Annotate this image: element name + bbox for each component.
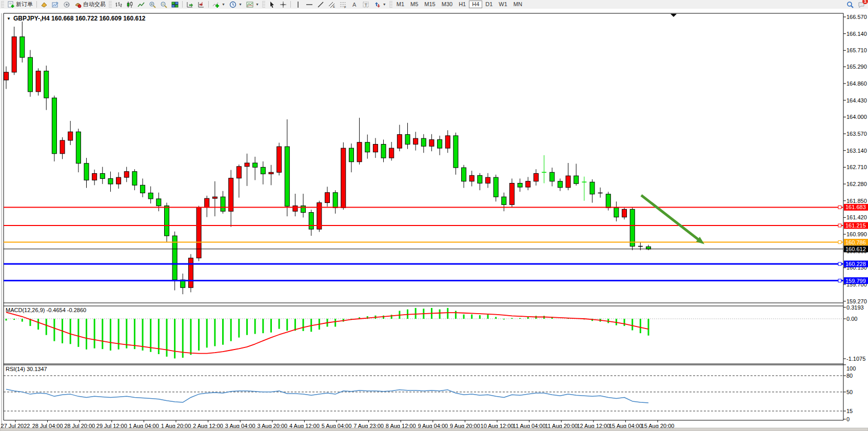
chevron-down-icon: ▼	[222, 3, 225, 6]
candlestick-chart-button[interactable]	[124, 0, 135, 9]
symbol-menu-icon[interactable]: ▼	[7, 16, 11, 21]
candle	[341, 142, 346, 210]
auto-scroll-icon	[186, 1, 193, 8]
chart-profile-icon	[52, 1, 59, 8]
chart-shift-icon	[198, 1, 205, 8]
candle-body	[196, 208, 201, 258]
bar-chart-button[interactable]	[113, 0, 124, 9]
timeframe-M30[interactable]: M30	[439, 1, 456, 8]
text-tool-button[interactable]: A	[349, 0, 360, 9]
candle-body	[558, 181, 562, 188]
new-order-button[interactable]: 新订单	[5, 0, 35, 9]
text-label-tool-button[interactable]: T	[360, 0, 371, 9]
hline-handle[interactable]	[838, 224, 841, 227]
price-tick-label: 161.850	[846, 198, 867, 204]
auto-trading-button[interactable]: 自动交易	[72, 0, 108, 9]
timeframe-M1[interactable]: M1	[393, 1, 407, 8]
hline-handle[interactable]	[838, 241, 841, 244]
candle-body	[365, 142, 370, 152]
hline-price-flag-text: 159.799	[845, 278, 866, 284]
candle-body	[20, 37, 25, 57]
macd-tick-label: -1.1075	[846, 356, 865, 362]
line-chart-icon	[137, 1, 145, 8]
chart-canvas[interactable]: 166.570166.140165.710165.290164.860164.4…	[0, 9, 868, 431]
candle	[52, 96, 56, 161]
timeframe-W1[interactable]: W1	[496, 1, 510, 8]
candle-body	[606, 194, 610, 208]
timeframe-M15[interactable]: M15	[421, 1, 438, 8]
toolbar-grip[interactable]	[262, 1, 265, 8]
search-icon[interactable]	[846, 1, 854, 8]
templates-button[interactable]: ▼	[244, 0, 261, 9]
arrows-tool-button[interactable]: ▼	[371, 0, 388, 9]
price-tick-label: 161.420	[846, 214, 867, 220]
candle-body	[4, 72, 9, 80]
candle-body	[526, 181, 530, 187]
sound-button[interactable]	[61, 0, 72, 9]
hline-handle[interactable]	[838, 206, 841, 209]
candle-body	[574, 176, 579, 183]
candle-body	[212, 197, 217, 198]
notification-count-badge: 1	[862, 0, 868, 4]
zoom-in-button[interactable]	[147, 0, 158, 9]
candle-body	[405, 135, 410, 145]
timeframe-H1[interactable]: H1	[456, 1, 469, 8]
price-tick-label: 159.270	[846, 298, 867, 304]
candle-body	[44, 71, 49, 98]
toolbar-grip[interactable]	[1, 1, 4, 8]
candle-body	[325, 193, 330, 203]
price-tick-label: 166.140	[846, 31, 867, 37]
candle-body	[590, 182, 595, 194]
price-tick-label: 165.710	[846, 47, 867, 53]
auto-scroll-button[interactable]	[184, 0, 195, 9]
fibonacci-tool-button[interactable]: F	[338, 0, 349, 9]
rsi-tick-label: 15	[846, 408, 853, 414]
zoom-out-button[interactable]	[158, 0, 169, 9]
tile-windows-icon	[171, 1, 179, 8]
notifications-button[interactable]: 1	[858, 1, 865, 8]
zoom-in-icon	[149, 1, 156, 8]
candle-body	[116, 177, 121, 184]
candle-body	[469, 175, 474, 181]
periods-button[interactable]: ▼	[227, 0, 244, 9]
candle-body	[438, 139, 442, 148]
candle-body	[349, 148, 353, 162]
candle-body	[76, 132, 81, 163]
hline-handle[interactable]	[838, 262, 841, 265]
candle-body	[453, 136, 458, 168]
toolbar-grip[interactable]	[109, 1, 112, 8]
chart-shift-button[interactable]	[195, 0, 207, 9]
window-bottom-edge	[0, 428, 868, 431]
channel-tool-button[interactable]: E	[326, 0, 338, 9]
trendline-tool-button[interactable]	[315, 0, 326, 9]
tile-windows-button[interactable]	[169, 0, 181, 9]
horizontal-line-icon	[306, 1, 313, 8]
cursor-tool-button[interactable]	[266, 0, 278, 9]
timeframe-M5[interactable]: M5	[407, 1, 421, 8]
indicators-button[interactable]: ▼	[210, 0, 227, 9]
candle-body	[236, 167, 241, 178]
horizontal-line-tool-button[interactable]	[304, 0, 315, 9]
vertical-line-tool-button[interactable]	[292, 0, 304, 9]
styler-button[interactable]	[38, 0, 50, 9]
crosshair-tool-button[interactable]	[278, 0, 289, 9]
candle-body	[221, 197, 225, 211]
chevron-down-icon: ▼	[239, 3, 242, 6]
auto-trading-icon	[74, 1, 82, 8]
hline-price-flag-text: 161.683	[845, 204, 866, 210]
svg-text:F: F	[344, 5, 346, 8]
equidistant-channel-icon: E	[328, 1, 336, 8]
hline-handle[interactable]	[838, 279, 841, 282]
new-order-icon	[7, 1, 14, 8]
candle-body	[253, 163, 258, 167]
toolbar-grip[interactable]	[389, 1, 392, 8]
timeframe-D1[interactable]: D1	[482, 1, 496, 8]
line-chart-button[interactable]	[135, 0, 147, 9]
candle-body	[92, 174, 97, 180]
profile-button[interactable]	[50, 0, 61, 9]
timeframe-H4[interactable]: H4	[469, 1, 482, 8]
text-icon: A	[351, 1, 358, 8]
candle-body	[148, 193, 153, 199]
candle-body	[614, 208, 619, 217]
timeframe-MN[interactable]: MN	[510, 1, 525, 8]
